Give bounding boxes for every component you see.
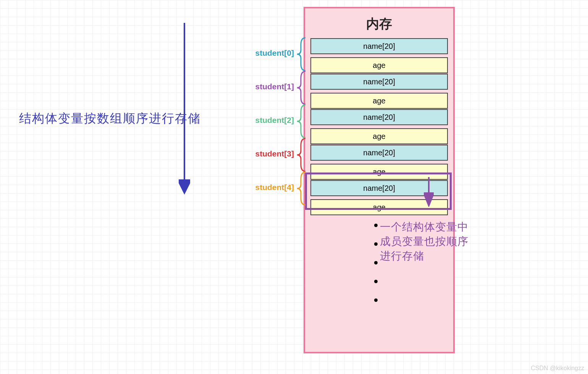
memory-title: 内存 [305, 8, 453, 38]
dot-icon [374, 280, 378, 283]
label-student-1: student[1] [241, 82, 294, 91]
dot-icon [374, 224, 378, 227]
annotation-line: 一个结构体变量中 [380, 220, 468, 234]
caption-struct-order: 结构体变量按数组顺序进行存储 [19, 110, 201, 127]
dot-icon [374, 242, 378, 246]
brace-icon [296, 104, 307, 139]
watermark: CSDN @kikokingzz [531, 365, 584, 372]
slot-field-name: name[20] [310, 38, 448, 54]
slot-field-age: age [310, 128, 448, 144]
label-student-2: student[2] [241, 116, 294, 125]
label-student-4: student[4] [241, 183, 294, 192]
arrow-down-icon [179, 23, 190, 195]
diagram-stage: 结构体变量按数组顺序进行存储 内存 name[20] age name[20] … [0, 0, 588, 374]
brace-icon [296, 37, 307, 71]
slot-field-name: name[20] [310, 74, 448, 90]
annotation-line: 成员变量也按顺序 [380, 234, 468, 249]
label-student-3: student[3] [241, 149, 294, 158]
arrow-member-order-icon [424, 176, 434, 207]
ellipsis-dots [374, 224, 378, 302]
slot-field-age: age [310, 57, 448, 73]
annotation-line: 进行存储 [380, 249, 468, 263]
dot-icon [374, 298, 378, 302]
dot-icon [374, 261, 378, 264]
slot-field-age: age [310, 93, 448, 109]
brace-icon [296, 138, 307, 172]
slot-field-name: name[20] [310, 109, 448, 125]
label-student-0: student[0] [241, 48, 294, 58]
brace-icon [296, 71, 307, 105]
brace-icon [296, 171, 307, 206]
slot-field-name: name[20] [310, 145, 448, 161]
annotation-member-order: 一个结构体变量中 成员变量也按顺序 进行存储 [380, 220, 468, 263]
